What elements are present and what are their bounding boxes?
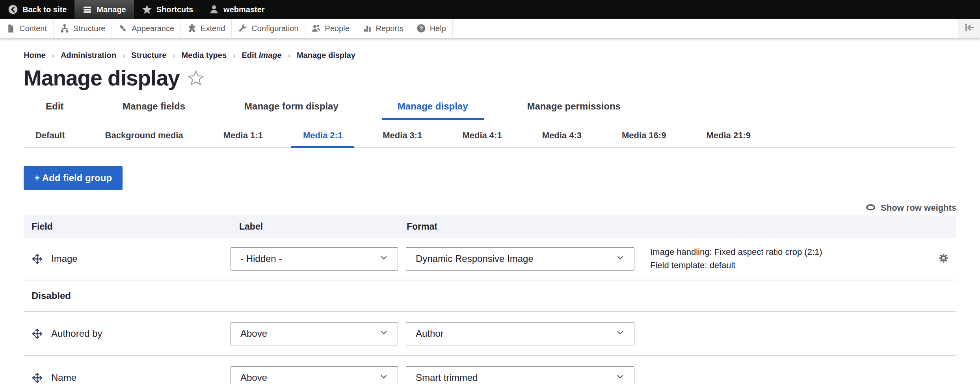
toolbar-orientation-toggle[interactable] bbox=[958, 19, 980, 38]
menu-item-people[interactable]: People bbox=[305, 19, 356, 38]
format-select-value: Author bbox=[416, 328, 444, 339]
column-header-label: Label bbox=[231, 221, 406, 232]
tab-media-4-1[interactable]: Media 4:1 bbox=[450, 130, 513, 148]
table-header-row: Field Label Format bbox=[24, 215, 956, 238]
menu-item-help[interactable]: ? Help bbox=[410, 19, 453, 38]
menu-item-content[interactable]: Content bbox=[0, 19, 54, 38]
chevron-down-icon bbox=[379, 327, 389, 340]
format-select-image[interactable]: Dynamic Responsive Image bbox=[406, 247, 634, 271]
label-select-name[interactable]: Above bbox=[231, 366, 398, 384]
menu-item-configuration[interactable]: Configuration bbox=[232, 19, 305, 38]
breadcrumb-edit-italic: Image bbox=[259, 51, 282, 59]
chevron-down-icon bbox=[615, 327, 625, 340]
menu-label-content: Content bbox=[19, 24, 47, 33]
tab-manage-permissions[interactable]: Manage permissions bbox=[511, 101, 636, 120]
breadcrumb-edit-prefix: Edit bbox=[242, 51, 258, 59]
primary-tabs: Edit Manage fields Manage form display M… bbox=[24, 101, 956, 120]
label-select-value: Above bbox=[240, 372, 267, 383]
label-select-image[interactable]: - Hidden - bbox=[231, 247, 398, 271]
breadcrumb-home[interactable]: Home bbox=[24, 51, 46, 60]
table-row-name: Name Above Smart trimmed bbox=[24, 356, 956, 384]
breadcrumb-manage-display[interactable]: Manage display bbox=[297, 51, 355, 60]
menu-label-help: Help bbox=[430, 24, 446, 33]
format-summary-line2: Field template: default bbox=[650, 259, 930, 272]
format-summary-line1: Image handling: Fixed aspect ratio crop … bbox=[650, 245, 930, 259]
breadcrumb-administration[interactable]: Administration bbox=[61, 51, 116, 60]
field-name-name: Name bbox=[51, 372, 76, 383]
chevron-down-icon bbox=[379, 371, 389, 384]
people-icon bbox=[311, 24, 321, 33]
breadcrumb-edit-image[interactable]: Edit Image bbox=[242, 51, 281, 60]
show-row-weights-link[interactable]: Show row weights bbox=[24, 203, 956, 213]
tab-media-16-9[interactable]: Media 16:9 bbox=[610, 130, 678, 148]
breadcrumb-separator: › bbox=[123, 51, 125, 60]
admin-toolbar: Back to site Manage Shortcuts webmaster bbox=[0, 0, 980, 19]
user-icon bbox=[209, 4, 219, 15]
tab-media-3-1[interactable]: Media 3:1 bbox=[371, 130, 434, 148]
tab-manage-form-display[interactable]: Manage form display bbox=[229, 101, 354, 120]
star-icon bbox=[142, 4, 152, 15]
label-select-authored-by[interactable]: Above bbox=[231, 322, 398, 345]
menu-item-appearance[interactable]: Appearance bbox=[112, 19, 181, 38]
manage-menu-button[interactable]: Manage bbox=[74, 0, 134, 19]
page-title: Manage display bbox=[24, 65, 180, 91]
menu-item-reports[interactable]: Reports bbox=[356, 19, 410, 38]
menu-label-reports: Reports bbox=[376, 24, 404, 33]
add-field-group-button[interactable]: + Add field group bbox=[24, 166, 123, 190]
chevron-down-icon bbox=[615, 371, 625, 384]
format-select-value: Dynamic Responsive Image bbox=[416, 253, 534, 264]
wrench-icon bbox=[238, 24, 247, 33]
show-row-weights-label: Show row weights bbox=[881, 203, 956, 213]
table-section-disabled: Disabled bbox=[24, 280, 956, 312]
back-to-site-label: Back to site bbox=[22, 5, 67, 14]
file-icon bbox=[6, 24, 15, 33]
user-account-button[interactable]: webmaster bbox=[201, 0, 273, 19]
help-icon: ? bbox=[417, 24, 426, 33]
breadcrumb-structure[interactable]: Structure bbox=[131, 51, 166, 60]
admin-menu-toolbar: Content Structure Appearance Extend Conf… bbox=[0, 19, 980, 38]
format-select-authored-by[interactable]: Author bbox=[406, 322, 634, 345]
gear-icon bbox=[938, 253, 949, 265]
format-select-value: Smart trimmed bbox=[416, 372, 478, 383]
shortcuts-button[interactable]: Shortcuts bbox=[134, 0, 201, 19]
chevron-down-icon bbox=[379, 252, 389, 265]
menu-label-appearance: Appearance bbox=[132, 24, 174, 33]
back-to-site-button[interactable]: Back to site bbox=[0, 0, 74, 19]
puzzle-icon bbox=[187, 24, 197, 33]
breadcrumb-separator: › bbox=[288, 51, 290, 60]
eye-icon bbox=[866, 203, 876, 213]
collapse-left-icon bbox=[963, 22, 975, 35]
manage-display-table: Field Label Format Image - Hidden - bbox=[24, 215, 956, 384]
tab-edit[interactable]: Edit bbox=[30, 101, 79, 120]
bookmark-star-icon[interactable] bbox=[188, 70, 204, 86]
field-name-authored-by: Authored by bbox=[51, 328, 102, 339]
breadcrumb-separator: › bbox=[233, 51, 235, 60]
column-header-field: Field bbox=[24, 221, 231, 232]
tab-media-21-9[interactable]: Media 21:9 bbox=[694, 130, 762, 148]
shortcuts-label: Shortcuts bbox=[156, 5, 193, 14]
tab-media-1-1[interactable]: Media 1:1 bbox=[212, 130, 275, 148]
format-select-name[interactable]: Smart trimmed bbox=[406, 366, 634, 384]
menu-item-extend[interactable]: Extend bbox=[181, 19, 232, 38]
menu-item-structure[interactable]: Structure bbox=[54, 19, 112, 38]
username-label: webmaster bbox=[223, 5, 265, 14]
breadcrumb-media-types[interactable]: Media types bbox=[182, 51, 227, 60]
back-icon bbox=[8, 4, 18, 15]
manage-label: Manage bbox=[97, 5, 126, 14]
tab-background-media[interactable]: Background media bbox=[93, 130, 195, 148]
sitemap-icon bbox=[60, 24, 69, 33]
tab-media-4-3[interactable]: Media 4:3 bbox=[530, 130, 593, 148]
breadcrumb-separator: › bbox=[52, 51, 54, 60]
tab-manage-fields[interactable]: Manage fields bbox=[107, 101, 201, 120]
format-summary: Image handling: Fixed aspect ratio crop … bbox=[642, 245, 930, 272]
menu-label-structure: Structure bbox=[73, 24, 105, 33]
disabled-section-label: Disabled bbox=[24, 290, 231, 301]
drag-handle-icon[interactable] bbox=[32, 253, 43, 265]
tab-media-2-1[interactable]: Media 2:1 bbox=[291, 130, 354, 148]
tab-manage-display[interactable]: Manage display bbox=[382, 101, 484, 120]
drag-handle-icon[interactable] bbox=[32, 328, 43, 339]
brush-icon bbox=[118, 24, 128, 33]
field-settings-button[interactable] bbox=[930, 253, 956, 265]
tab-default[interactable]: Default bbox=[24, 130, 77, 148]
drag-handle-icon[interactable] bbox=[32, 372, 43, 384]
